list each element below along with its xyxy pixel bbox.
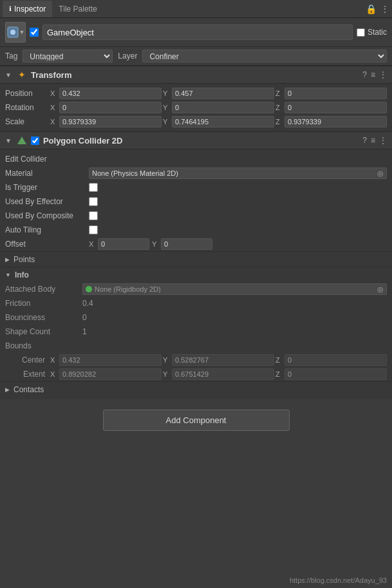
info-collapse-arrow: ▼ <box>5 272 11 278</box>
bounds-extent-row: Extent X Y Z <box>0 367 392 381</box>
bounds-extent-y-input <box>172 368 274 380</box>
is-trigger-label: Is Trigger <box>5 183 89 192</box>
transform-help-icon[interactable]: ? <box>362 70 367 79</box>
rotation-z-input[interactable] <box>285 102 387 113</box>
position-z-item: Z <box>275 88 387 99</box>
position-x-label: X <box>50 90 58 97</box>
rotation-z-label: Z <box>275 104 283 111</box>
collider-actions: ? ≡ ⋮ <box>362 136 387 145</box>
used-by-effector-checkbox[interactable] <box>89 197 98 206</box>
scale-label: Scale <box>5 117 50 126</box>
lock-icon[interactable]: 🔒 <box>366 4 377 14</box>
material-pick-icon[interactable]: ◎ <box>377 169 384 178</box>
transform-actions: ? ≡ ⋮ <box>362 70 387 79</box>
transform-settings-icon[interactable]: ≡ <box>371 70 375 79</box>
scale-y-item: Y <box>163 116 274 128</box>
attached-body-value: None (Rigidbody 2D) ◎ <box>82 283 387 295</box>
inspector-icon: ℹ <box>9 5 12 12</box>
material-row: Material None (Physics Material 2D) ◎ <box>0 166 392 180</box>
layer-select[interactable]: Confiner <box>142 50 387 62</box>
collider-more-icon[interactable]: ⋮ <box>379 136 387 145</box>
collider-help-icon[interactable]: ? <box>362 136 367 145</box>
rotation-y-input[interactable] <box>172 102 274 113</box>
position-y-input[interactable] <box>172 88 274 99</box>
position-xyz-group: X Y Z <box>50 88 387 99</box>
bounds-center-x-item: X <box>50 354 162 366</box>
offset-x-input[interactable] <box>98 238 149 250</box>
bounciness-value: 0 <box>82 313 87 322</box>
rotation-x-item: X <box>50 102 162 113</box>
rotation-label: Rotation <box>5 103 50 112</box>
bounciness-row: Bounciness 0 <box>0 310 392 325</box>
tag-select[interactable]: Untagged <box>23 50 113 62</box>
material-field[interactable]: None (Physics Material 2D) ◎ <box>89 167 387 179</box>
scale-z-item: Z <box>275 116 387 128</box>
tab-inspector[interactable]: ℹ Inspector <box>3 1 52 17</box>
bounds-extent-z-label: Z <box>275 370 283 378</box>
offset-x-label: X <box>89 240 97 248</box>
transform-icon: ✦ <box>17 70 27 80</box>
gameobject-header: ▼ Static <box>0 18 392 47</box>
bounds-center-x-input <box>59 354 162 366</box>
attached-body-field[interactable]: None (Rigidbody 2D) ◎ <box>82 283 387 295</box>
rotation-x-input[interactable] <box>59 102 162 113</box>
offset-y-input[interactable] <box>161 238 212 250</box>
bounds-extent-label: Extent <box>5 370 50 379</box>
offset-y-item: Y <box>152 238 212 250</box>
points-row[interactable]: ▶ Points <box>0 251 392 267</box>
bounds-extent-y-item: Y <box>163 368 274 380</box>
transform-more-icon[interactable]: ⋮ <box>379 70 387 79</box>
scale-x-input[interactable] <box>59 116 162 128</box>
points-collapse-arrow: ▶ <box>5 256 10 263</box>
static-checkbox[interactable] <box>357 28 365 37</box>
gameobject-svg-icon <box>6 26 19 39</box>
auto-tiling-label: Auto Tiling <box>5 225 89 234</box>
go-dropdown-arrow[interactable]: ▼ <box>19 29 25 35</box>
contacts-label: Contacts <box>14 385 44 394</box>
offset-xyz-group: X Y <box>89 238 387 250</box>
auto-tiling-checkbox[interactable] <box>89 225 98 234</box>
gameobject-icon-box: ▼ <box>5 22 26 43</box>
offset-row: Offset X Y <box>0 237 392 251</box>
add-component-area: Add Component <box>0 399 392 441</box>
tab-menu-icon[interactable]: ⋮ <box>380 4 389 14</box>
is-trigger-checkbox[interactable] <box>89 183 98 192</box>
info-title: Info <box>15 270 29 280</box>
transform-title: Transform <box>31 70 359 80</box>
shape-count-label: Shape Count <box>5 327 82 336</box>
contacts-row[interactable]: ▶ Contacts <box>0 381 392 397</box>
gameobject-name-input[interactable] <box>42 24 353 40</box>
collider-enabled-checkbox[interactable] <box>31 137 39 145</box>
offset-label: Offset <box>5 240 89 249</box>
position-x-item: X <box>50 88 162 99</box>
position-x-input[interactable] <box>59 88 162 99</box>
transform-collapse-arrow[interactable]: ▼ <box>5 71 12 79</box>
auto-tiling-row: Auto Tiling <box>0 223 392 237</box>
bounds-center-row: Center X Y Z <box>0 353 392 367</box>
bounds-center-label: Center <box>5 356 50 365</box>
attached-body-pick-icon[interactable]: ◎ <box>377 285 384 294</box>
collider-settings-icon[interactable]: ≡ <box>371 136 375 145</box>
transform-section-header: ▼ ✦ Transform ? ≡ ⋮ <box>0 66 392 84</box>
collider-collapse-arrow[interactable]: ▼ <box>5 137 12 144</box>
add-component-button[interactable]: Add Component <box>103 410 290 431</box>
rotation-x-label: X <box>50 104 58 111</box>
contacts-collapse-arrow: ▶ <box>5 386 10 393</box>
scale-z-input[interactable] <box>285 116 387 128</box>
scale-x-item: X <box>50 116 162 128</box>
scale-y-input[interactable] <box>172 116 274 128</box>
position-z-input[interactable] <box>285 88 387 99</box>
offset-y-label: Y <box>152 240 160 248</box>
tab-tile-palette[interactable]: Tile Palette <box>52 1 104 17</box>
gameobject-enabled-checkbox[interactable] <box>30 28 39 37</box>
shape-count-value: 1 <box>82 327 87 336</box>
scale-z-label: Z <box>275 118 283 126</box>
collider-triangle-icon <box>17 135 27 146</box>
shape-count-row: Shape Count 1 <box>0 325 392 339</box>
material-label: Material <box>5 169 89 178</box>
info-header[interactable]: ▼ Info <box>0 267 392 282</box>
used-by-composite-checkbox[interactable] <box>89 211 98 220</box>
tag-layer-row: Tag Untagged Layer Confiner <box>0 47 392 66</box>
bounds-center-z-input <box>285 354 387 366</box>
bounds-center-y-label: Y <box>163 356 171 364</box>
